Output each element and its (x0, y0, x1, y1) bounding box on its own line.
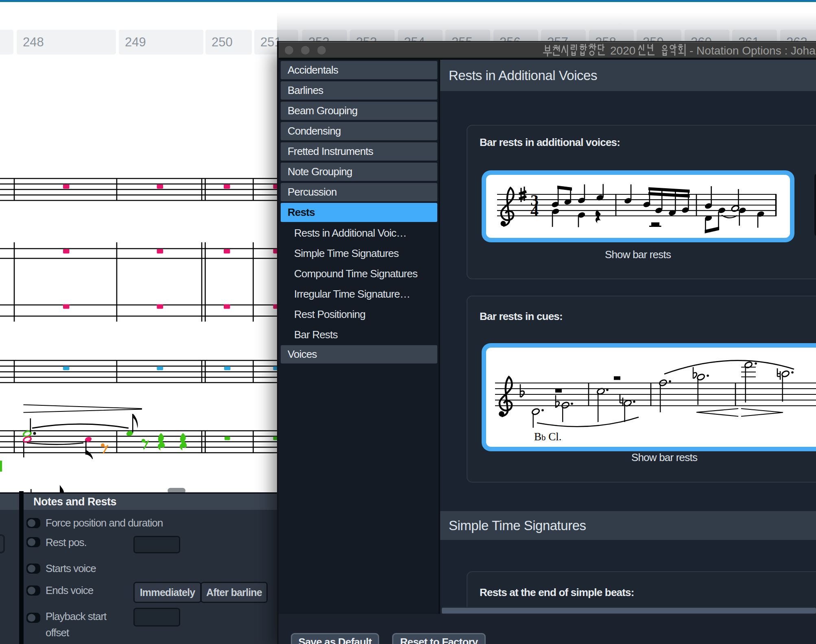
svg-text:2020: 2020 (610, 44, 635, 57)
svg-text:Bb Cl.: Bb Cl. (534, 431, 562, 443)
svg-text:- Notation Options : Joha: - Notation Options : Joha (689, 44, 816, 57)
svg-text:4: 4 (530, 201, 539, 220)
